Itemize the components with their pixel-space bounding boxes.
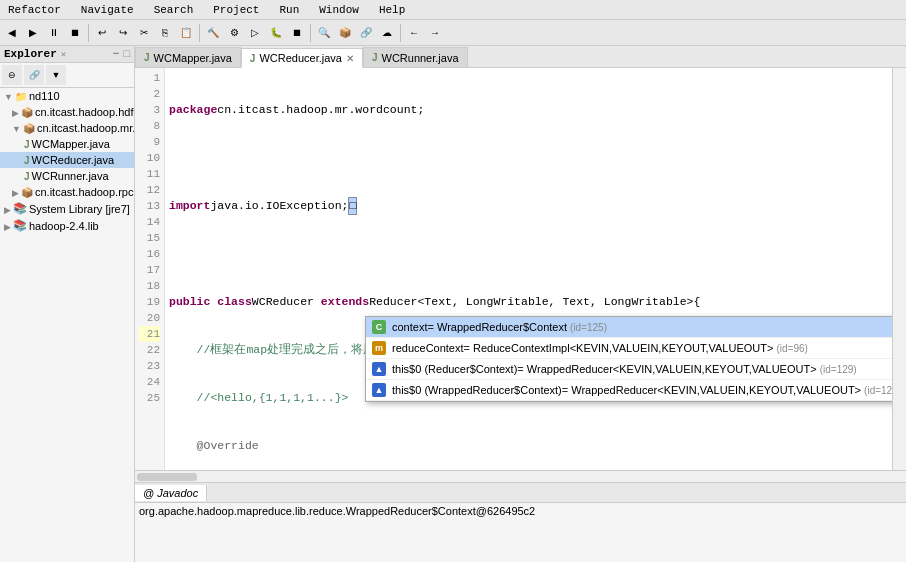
tab-icon-wcmapper: J xyxy=(144,52,150,63)
sidebar-tree: 📁 nd110 📦 cn.itcast.hadoop.hdfs 📦 cn.itc… xyxy=(0,88,134,562)
code-editor[interactable]: 1 2 3 8 9 10 11 12 13 14 15 16 17 18 xyxy=(135,68,892,470)
toolbar-btn-15[interactable]: 📦 xyxy=(335,23,355,43)
toolbar-sep-4 xyxy=(400,24,401,42)
popup-icon-1: m xyxy=(372,341,386,355)
code-line-8 xyxy=(169,246,888,262)
tree-item-mr[interactable]: 📦 cn.itcast.hadoop.mr.w xyxy=(0,120,134,136)
code-line-9: public class WCReducer extends Reducer<T… xyxy=(169,294,888,310)
vertical-scrollbar[interactable] xyxy=(892,68,906,470)
tree-item-rpc[interactable]: 📦 cn.itcast.hadoop.rpc xyxy=(0,184,134,200)
pkg-icon-mr: 📦 xyxy=(23,123,35,134)
java-icon-wcmapper: J xyxy=(24,139,30,150)
toolbar-btn-3[interactable]: ⏸ xyxy=(44,23,64,43)
popup-row-0[interactable]: C context= WrappedReducer$Context (id=12… xyxy=(366,317,892,338)
tree-item-hadoop[interactable]: 📚 hadoop-2.4.lib xyxy=(0,217,134,234)
tree-label-hadoop: hadoop-2.4.lib xyxy=(29,220,99,232)
toolbar-btn-12[interactable]: 🐛 xyxy=(266,23,286,43)
popup-icon-0: C xyxy=(372,320,386,334)
tree-arrow-rpc xyxy=(12,186,19,198)
tree-item-nd110[interactable]: 📁 nd110 xyxy=(0,88,134,104)
tab-wcmapper[interactable]: J WCMapper.java xyxy=(135,47,241,67)
tab-javadoc[interactable]: @ Javadoc xyxy=(135,485,207,501)
toolbar-btn-16[interactable]: 🔗 xyxy=(356,23,376,43)
javadoc-tab-label: @ xyxy=(143,487,157,499)
autocomplete-popup: C context= WrappedReducer$Context (id=12… xyxy=(365,316,892,402)
tree-label-nd110: nd110 xyxy=(29,90,60,102)
pkg-icon-rpc: 📦 xyxy=(21,187,33,198)
code-content[interactable]: package cn.itcast.hadoop.mr.wordcount; i… xyxy=(165,68,892,470)
toolbar-btn-1[interactable]: ◀ xyxy=(2,23,22,43)
bottom-tabs: @ Javadoc xyxy=(135,483,906,503)
toolbar-btn-14[interactable]: 🔍 xyxy=(314,23,334,43)
tab-label-wcrunner: WCRunner.java xyxy=(382,52,459,64)
pkg-icon-nd110: 📁 xyxy=(15,91,27,102)
sidebar-maximize-icon[interactable]: □ xyxy=(123,48,130,60)
tree-item-hdfs[interactable]: 📦 cn.itcast.hadoop.hdfs xyxy=(0,104,134,120)
toolbar-btn-18[interactable]: ← xyxy=(404,23,424,43)
bottom-text: org.apache.hadoop.mapreduce.lib.reduce.W… xyxy=(139,505,535,517)
menu-refactor[interactable]: Refactor xyxy=(4,2,65,18)
sidebar-toolbar: ⊖ 🔗 ▼ xyxy=(0,63,134,88)
tree-item-wcmapper[interactable]: J WCMapper.java xyxy=(0,136,134,152)
tree-label-hdfs: cn.itcast.hadoop.hdfs xyxy=(35,106,134,118)
tree-label-wcrunner: WCRunner.java xyxy=(32,170,109,182)
sidebar-link-btn[interactable]: 🔗 xyxy=(24,65,44,85)
popup-text-1: reduceContext= ReduceContextImpl<KEVIN,V… xyxy=(392,342,892,354)
toolbar-btn-4[interactable]: ⏹ xyxy=(65,23,85,43)
sidebar-minimize-icon[interactable]: − xyxy=(113,48,120,60)
tab-icon-wcreducer: J xyxy=(250,53,256,64)
popup-row-2[interactable]: ▲ this$0 (Reducer$Context)= WrappedReduc… xyxy=(366,359,892,380)
sidebar-menu-btn[interactable]: ▼ xyxy=(46,65,66,85)
line-numbers: 1 2 3 8 9 10 11 12 13 14 15 16 17 18 xyxy=(135,68,165,470)
h-scrollbar[interactable] xyxy=(135,470,906,482)
toolbar-btn-7[interactable]: ✂ xyxy=(134,23,154,43)
tab-wcreducer[interactable]: J WCReducer.java ✕ xyxy=(241,48,363,68)
tree-arrow-hadoop xyxy=(4,220,11,232)
tab-bar: J WCMapper.java J WCReducer.java ✕ J WCR… xyxy=(135,46,906,68)
tree-item-syslib[interactable]: 📚 System Library [jre7] xyxy=(0,200,134,217)
tab-close-wcreducer[interactable]: ✕ xyxy=(346,53,354,64)
toolbar-btn-11[interactable]: ▷ xyxy=(245,23,265,43)
toolbar-btn-10[interactable]: ⚙ xyxy=(224,23,244,43)
sidebar: Explorer ✕ − □ ⊖ 🔗 ▼ 📁 nd110 📦 cn.itcast… xyxy=(0,46,135,562)
tab-label-wcmapper: WCMapper.java xyxy=(154,52,232,64)
sidebar-collapse-btn[interactable]: ⊖ xyxy=(2,65,22,85)
tab-wcrunner[interactable]: J WCRunner.java xyxy=(363,47,468,67)
menu-navigate[interactable]: Navigate xyxy=(77,2,138,18)
tree-arrow-syslib xyxy=(4,203,11,215)
bottom-content: org.apache.hadoop.mapreduce.lib.reduce.W… xyxy=(135,503,906,562)
menu-project[interactable]: Project xyxy=(209,2,263,18)
code-line-12: @Override xyxy=(169,438,888,454)
tree-label-syslib: System Library [jre7] xyxy=(29,203,130,215)
bottom-panel: @ Javadoc org.apache.hadoop.mapreduce.li… xyxy=(135,482,906,562)
menu-run[interactable]: Run xyxy=(275,2,303,18)
toolbar-btn-9[interactable]: 📋 xyxy=(176,23,196,43)
toolbar-btn-build[interactable]: 🔨 xyxy=(203,23,223,43)
tree-arrow-hdfs xyxy=(12,106,19,118)
popup-row-3[interactable]: ▲ this$0 (WrappedReducer$Context)= Wrapp… xyxy=(366,380,892,401)
menu-search[interactable]: Search xyxy=(150,2,198,18)
toolbar-btn-13[interactable]: ⏹ xyxy=(287,23,307,43)
tree-item-wcrunner[interactable]: J WCRunner.java xyxy=(0,168,134,184)
menu-help[interactable]: Help xyxy=(375,2,409,18)
tab-label-wcreducer: WCReducer.java xyxy=(259,52,342,64)
toolbar-btn-8[interactable]: ⎘ xyxy=(155,23,175,43)
menu-window[interactable]: Window xyxy=(315,2,363,18)
tree-item-wcreducer[interactable]: J WCReducer.java xyxy=(0,152,134,168)
popup-icon-2: ▲ xyxy=(372,362,386,376)
popup-row-1[interactable]: m reduceContext= ReduceContextImpl<KEVIN… xyxy=(366,338,892,359)
toolbar-btn-19[interactable]: → xyxy=(425,23,445,43)
toolbar-btn-5[interactable]: ↩ xyxy=(92,23,112,43)
toolbar-btn-17[interactable]: ☁ xyxy=(377,23,397,43)
editor-wrapper: 1 2 3 8 9 10 11 12 13 14 15 16 17 18 xyxy=(135,68,906,562)
toolbar-sep-2 xyxy=(199,24,200,42)
popup-text-3: this$0 (WrappedReducer$Context)= Wrapped… xyxy=(392,384,892,396)
java-icon-wcrunner: J xyxy=(24,171,30,182)
tree-arrow-mr xyxy=(12,122,21,134)
popup-text-0: context= WrappedReducer$Context (id=125) xyxy=(392,321,892,333)
toolbar-sep-3 xyxy=(310,24,311,42)
toolbar-btn-6[interactable]: ↪ xyxy=(113,23,133,43)
h-scroll-thumb[interactable] xyxy=(137,473,197,481)
main-layout: Explorer ✕ − □ ⊖ 🔗 ▼ 📁 nd110 📦 cn.itcast… xyxy=(0,46,906,562)
toolbar-btn-2[interactable]: ▶ xyxy=(23,23,43,43)
